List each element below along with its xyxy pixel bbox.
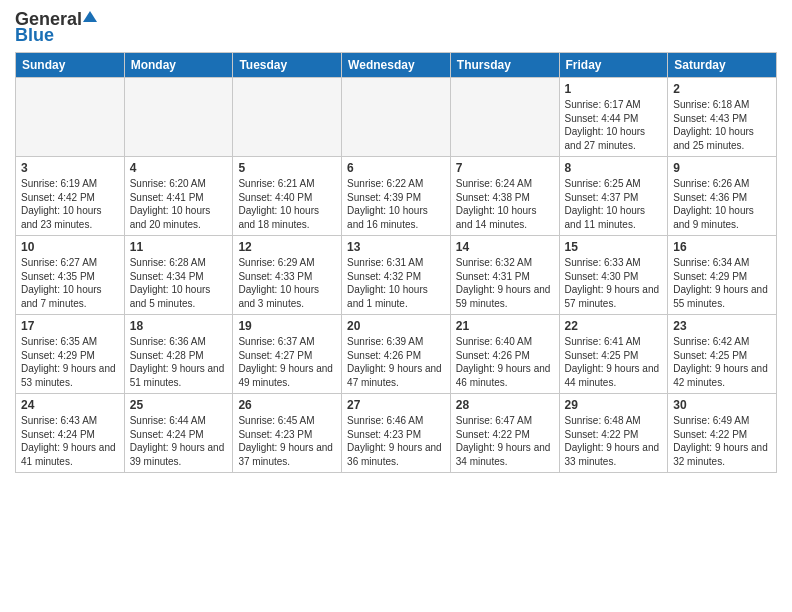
day-info: Sunrise: 6:43 AM Sunset: 4:24 PM Dayligh… [21, 414, 119, 468]
day-info: Sunrise: 6:48 AM Sunset: 4:22 PM Dayligh… [565, 414, 663, 468]
calendar-cell: 20Sunrise: 6:39 AM Sunset: 4:26 PM Dayli… [342, 315, 451, 394]
calendar-cell: 8Sunrise: 6:25 AM Sunset: 4:37 PM Daylig… [559, 157, 668, 236]
calendar-cell: 9Sunrise: 6:26 AM Sunset: 4:36 PM Daylig… [668, 157, 777, 236]
calendar-cell: 2Sunrise: 6:18 AM Sunset: 4:43 PM Daylig… [668, 78, 777, 157]
calendar-cell: 16Sunrise: 6:34 AM Sunset: 4:29 PM Dayli… [668, 236, 777, 315]
day-info: Sunrise: 6:28 AM Sunset: 4:34 PM Dayligh… [130, 256, 228, 310]
calendar-cell: 30Sunrise: 6:49 AM Sunset: 4:22 PM Dayli… [668, 394, 777, 473]
day-info: Sunrise: 6:42 AM Sunset: 4:25 PM Dayligh… [673, 335, 771, 389]
day-header-tuesday: Tuesday [233, 53, 342, 78]
day-info: Sunrise: 6:45 AM Sunset: 4:23 PM Dayligh… [238, 414, 336, 468]
calendar-cell: 25Sunrise: 6:44 AM Sunset: 4:24 PM Dayli… [124, 394, 233, 473]
calendar-table: SundayMondayTuesdayWednesdayThursdayFrid… [15, 52, 777, 473]
calendar-cell: 29Sunrise: 6:48 AM Sunset: 4:22 PM Dayli… [559, 394, 668, 473]
day-number: 17 [21, 319, 119, 333]
day-number: 9 [673, 161, 771, 175]
calendar-cell: 28Sunrise: 6:47 AM Sunset: 4:22 PM Dayli… [450, 394, 559, 473]
calendar-cell: 4Sunrise: 6:20 AM Sunset: 4:41 PM Daylig… [124, 157, 233, 236]
day-number: 3 [21, 161, 119, 175]
day-info: Sunrise: 6:36 AM Sunset: 4:28 PM Dayligh… [130, 335, 228, 389]
calendar-cell: 26Sunrise: 6:45 AM Sunset: 4:23 PM Dayli… [233, 394, 342, 473]
day-info: Sunrise: 6:19 AM Sunset: 4:42 PM Dayligh… [21, 177, 119, 231]
day-info: Sunrise: 6:18 AM Sunset: 4:43 PM Dayligh… [673, 98, 771, 152]
day-info: Sunrise: 6:25 AM Sunset: 4:37 PM Dayligh… [565, 177, 663, 231]
day-number: 4 [130, 161, 228, 175]
day-number: 5 [238, 161, 336, 175]
calendar-cell [450, 78, 559, 157]
day-info: Sunrise: 6:39 AM Sunset: 4:26 PM Dayligh… [347, 335, 445, 389]
calendar-cell: 6Sunrise: 6:22 AM Sunset: 4:39 PM Daylig… [342, 157, 451, 236]
header: GeneralBlue [15, 10, 777, 44]
svg-marker-0 [83, 11, 97, 22]
day-number: 6 [347, 161, 445, 175]
day-header-wednesday: Wednesday [342, 53, 451, 78]
week-row-3: 17Sunrise: 6:35 AM Sunset: 4:29 PM Dayli… [16, 315, 777, 394]
calendar-header-row: SundayMondayTuesdayWednesdayThursdayFrid… [16, 53, 777, 78]
day-number: 14 [456, 240, 554, 254]
calendar-cell: 12Sunrise: 6:29 AM Sunset: 4:33 PM Dayli… [233, 236, 342, 315]
day-number: 7 [456, 161, 554, 175]
calendar-cell: 14Sunrise: 6:32 AM Sunset: 4:31 PM Dayli… [450, 236, 559, 315]
week-row-2: 10Sunrise: 6:27 AM Sunset: 4:35 PM Dayli… [16, 236, 777, 315]
calendar-cell: 15Sunrise: 6:33 AM Sunset: 4:30 PM Dayli… [559, 236, 668, 315]
calendar-cell: 11Sunrise: 6:28 AM Sunset: 4:34 PM Dayli… [124, 236, 233, 315]
day-number: 24 [21, 398, 119, 412]
day-number: 12 [238, 240, 336, 254]
day-number: 29 [565, 398, 663, 412]
day-number: 22 [565, 319, 663, 333]
day-info: Sunrise: 6:41 AM Sunset: 4:25 PM Dayligh… [565, 335, 663, 389]
day-info: Sunrise: 6:49 AM Sunset: 4:22 PM Dayligh… [673, 414, 771, 468]
day-number: 2 [673, 82, 771, 96]
day-info: Sunrise: 6:33 AM Sunset: 4:30 PM Dayligh… [565, 256, 663, 310]
day-header-thursday: Thursday [450, 53, 559, 78]
day-number: 19 [238, 319, 336, 333]
day-number: 10 [21, 240, 119, 254]
day-info: Sunrise: 6:22 AM Sunset: 4:39 PM Dayligh… [347, 177, 445, 231]
day-number: 13 [347, 240, 445, 254]
calendar-cell: 10Sunrise: 6:27 AM Sunset: 4:35 PM Dayli… [16, 236, 125, 315]
calendar-cell: 19Sunrise: 6:37 AM Sunset: 4:27 PM Dayli… [233, 315, 342, 394]
calendar-cell: 17Sunrise: 6:35 AM Sunset: 4:29 PM Dayli… [16, 315, 125, 394]
calendar-cell: 27Sunrise: 6:46 AM Sunset: 4:23 PM Dayli… [342, 394, 451, 473]
day-info: Sunrise: 6:31 AM Sunset: 4:32 PM Dayligh… [347, 256, 445, 310]
day-info: Sunrise: 6:35 AM Sunset: 4:29 PM Dayligh… [21, 335, 119, 389]
calendar-cell: 3Sunrise: 6:19 AM Sunset: 4:42 PM Daylig… [16, 157, 125, 236]
day-header-saturday: Saturday [668, 53, 777, 78]
day-header-sunday: Sunday [16, 53, 125, 78]
calendar-body: 1Sunrise: 6:17 AM Sunset: 4:44 PM Daylig… [16, 78, 777, 473]
day-number: 16 [673, 240, 771, 254]
day-number: 8 [565, 161, 663, 175]
day-info: Sunrise: 6:29 AM Sunset: 4:33 PM Dayligh… [238, 256, 336, 310]
calendar-cell [342, 78, 451, 157]
week-row-1: 3Sunrise: 6:19 AM Sunset: 4:42 PM Daylig… [16, 157, 777, 236]
day-number: 30 [673, 398, 771, 412]
day-number: 21 [456, 319, 554, 333]
page-container: GeneralBlue SundayMondayTuesdayWednesday… [0, 0, 792, 483]
week-row-0: 1Sunrise: 6:17 AM Sunset: 4:44 PM Daylig… [16, 78, 777, 157]
day-number: 18 [130, 319, 228, 333]
day-number: 27 [347, 398, 445, 412]
day-info: Sunrise: 6:46 AM Sunset: 4:23 PM Dayligh… [347, 414, 445, 468]
day-info: Sunrise: 6:32 AM Sunset: 4:31 PM Dayligh… [456, 256, 554, 310]
week-row-4: 24Sunrise: 6:43 AM Sunset: 4:24 PM Dayli… [16, 394, 777, 473]
day-info: Sunrise: 6:20 AM Sunset: 4:41 PM Dayligh… [130, 177, 228, 231]
calendar-cell: 21Sunrise: 6:40 AM Sunset: 4:26 PM Dayli… [450, 315, 559, 394]
day-info: Sunrise: 6:21 AM Sunset: 4:40 PM Dayligh… [238, 177, 336, 231]
calendar-cell [16, 78, 125, 157]
day-header-friday: Friday [559, 53, 668, 78]
day-info: Sunrise: 6:27 AM Sunset: 4:35 PM Dayligh… [21, 256, 119, 310]
day-number: 20 [347, 319, 445, 333]
day-info: Sunrise: 6:24 AM Sunset: 4:38 PM Dayligh… [456, 177, 554, 231]
day-info: Sunrise: 6:47 AM Sunset: 4:22 PM Dayligh… [456, 414, 554, 468]
day-info: Sunrise: 6:26 AM Sunset: 4:36 PM Dayligh… [673, 177, 771, 231]
calendar-cell: 5Sunrise: 6:21 AM Sunset: 4:40 PM Daylig… [233, 157, 342, 236]
calendar-cell [233, 78, 342, 157]
day-number: 23 [673, 319, 771, 333]
calendar-cell: 23Sunrise: 6:42 AM Sunset: 4:25 PM Dayli… [668, 315, 777, 394]
day-number: 26 [238, 398, 336, 412]
calendar-cell: 13Sunrise: 6:31 AM Sunset: 4:32 PM Dayli… [342, 236, 451, 315]
day-info: Sunrise: 6:40 AM Sunset: 4:26 PM Dayligh… [456, 335, 554, 389]
day-number: 28 [456, 398, 554, 412]
day-header-monday: Monday [124, 53, 233, 78]
day-info: Sunrise: 6:44 AM Sunset: 4:24 PM Dayligh… [130, 414, 228, 468]
